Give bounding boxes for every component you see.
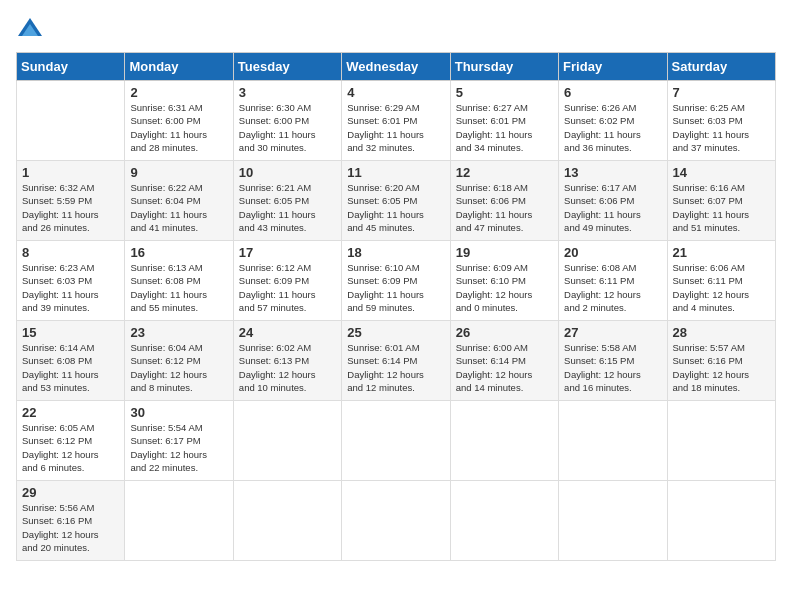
day-info: Sunrise: 6:25 AM Sunset: 6:03 PM Dayligh… (673, 101, 770, 154)
header-wednesday: Wednesday (342, 53, 450, 81)
header-tuesday: Tuesday (233, 53, 341, 81)
calendar-cell: 14Sunrise: 6:16 AM Sunset: 6:07 PM Dayli… (667, 161, 775, 241)
calendar-cell: 7Sunrise: 6:25 AM Sunset: 6:03 PM Daylig… (667, 81, 775, 161)
day-number: 19 (456, 245, 553, 260)
calendar-cell: 22Sunrise: 6:05 AM Sunset: 6:12 PM Dayli… (17, 401, 125, 481)
day-number: 26 (456, 325, 553, 340)
calendar-table: SundayMondayTuesdayWednesdayThursdayFrid… (16, 52, 776, 561)
day-info: Sunrise: 6:21 AM Sunset: 6:05 PM Dayligh… (239, 181, 336, 234)
day-number: 9 (130, 165, 227, 180)
day-info: Sunrise: 6:30 AM Sunset: 6:00 PM Dayligh… (239, 101, 336, 154)
calendar-cell (559, 481, 667, 561)
calendar-cell: 9Sunrise: 6:22 AM Sunset: 6:04 PM Daylig… (125, 161, 233, 241)
calendar-cell: 16Sunrise: 6:13 AM Sunset: 6:08 PM Dayli… (125, 241, 233, 321)
day-number: 18 (347, 245, 444, 260)
calendar-cell: 11Sunrise: 6:20 AM Sunset: 6:05 PM Dayli… (342, 161, 450, 241)
calendar-cell: 25Sunrise: 6:01 AM Sunset: 6:14 PM Dayli… (342, 321, 450, 401)
day-number: 13 (564, 165, 661, 180)
calendar-week-row: 8Sunrise: 6:23 AM Sunset: 6:03 PM Daylig… (17, 241, 776, 321)
calendar-cell (342, 401, 450, 481)
header-sunday: Sunday (17, 53, 125, 81)
logo (16, 16, 48, 44)
calendar-week-row: 29Sunrise: 5:56 AM Sunset: 6:16 PM Dayli… (17, 481, 776, 561)
calendar-cell: 27Sunrise: 5:58 AM Sunset: 6:15 PM Dayli… (559, 321, 667, 401)
day-number: 29 (22, 485, 119, 500)
day-number: 16 (130, 245, 227, 260)
calendar-cell: 21Sunrise: 6:06 AM Sunset: 6:11 PM Dayli… (667, 241, 775, 321)
day-info: Sunrise: 6:04 AM Sunset: 6:12 PM Dayligh… (130, 341, 227, 394)
day-number: 8 (22, 245, 119, 260)
calendar-cell (342, 481, 450, 561)
calendar-cell: 30Sunrise: 5:54 AM Sunset: 6:17 PM Dayli… (125, 401, 233, 481)
day-info: Sunrise: 5:56 AM Sunset: 6:16 PM Dayligh… (22, 501, 119, 554)
day-number: 15 (22, 325, 119, 340)
calendar-cell (667, 401, 775, 481)
day-info: Sunrise: 6:08 AM Sunset: 6:11 PM Dayligh… (564, 261, 661, 314)
calendar-cell: 24Sunrise: 6:02 AM Sunset: 6:13 PM Dayli… (233, 321, 341, 401)
day-info: Sunrise: 6:10 AM Sunset: 6:09 PM Dayligh… (347, 261, 444, 314)
day-info: Sunrise: 6:13 AM Sunset: 6:08 PM Dayligh… (130, 261, 227, 314)
calendar-week-row: 22Sunrise: 6:05 AM Sunset: 6:12 PM Dayli… (17, 401, 776, 481)
day-number: 6 (564, 85, 661, 100)
day-info: Sunrise: 6:32 AM Sunset: 5:59 PM Dayligh… (22, 181, 119, 234)
day-info: Sunrise: 6:01 AM Sunset: 6:14 PM Dayligh… (347, 341, 444, 394)
calendar-cell (667, 481, 775, 561)
day-number: 1 (22, 165, 119, 180)
calendar-cell: 13Sunrise: 6:17 AM Sunset: 6:06 PM Dayli… (559, 161, 667, 241)
calendar-cell (125, 481, 233, 561)
day-number: 17 (239, 245, 336, 260)
calendar-cell (233, 481, 341, 561)
calendar-week-row: 1Sunrise: 6:32 AM Sunset: 5:59 PM Daylig… (17, 161, 776, 241)
day-number: 20 (564, 245, 661, 260)
day-info: Sunrise: 6:02 AM Sunset: 6:13 PM Dayligh… (239, 341, 336, 394)
day-number: 23 (130, 325, 227, 340)
calendar-cell (559, 401, 667, 481)
day-number: 21 (673, 245, 770, 260)
day-info: Sunrise: 6:06 AM Sunset: 6:11 PM Dayligh… (673, 261, 770, 314)
calendar-cell: 4Sunrise: 6:29 AM Sunset: 6:01 PM Daylig… (342, 81, 450, 161)
calendar-cell: 17Sunrise: 6:12 AM Sunset: 6:09 PM Dayli… (233, 241, 341, 321)
day-info: Sunrise: 6:23 AM Sunset: 6:03 PM Dayligh… (22, 261, 119, 314)
day-info: Sunrise: 6:22 AM Sunset: 6:04 PM Dayligh… (130, 181, 227, 234)
day-number: 11 (347, 165, 444, 180)
day-info: Sunrise: 6:20 AM Sunset: 6:05 PM Dayligh… (347, 181, 444, 234)
day-number: 12 (456, 165, 553, 180)
calendar-cell: 19Sunrise: 6:09 AM Sunset: 6:10 PM Dayli… (450, 241, 558, 321)
day-info: Sunrise: 6:09 AM Sunset: 6:10 PM Dayligh… (456, 261, 553, 314)
calendar-cell: 23Sunrise: 6:04 AM Sunset: 6:12 PM Dayli… (125, 321, 233, 401)
calendar-cell: 1Sunrise: 6:32 AM Sunset: 5:59 PM Daylig… (17, 161, 125, 241)
day-info: Sunrise: 6:17 AM Sunset: 6:06 PM Dayligh… (564, 181, 661, 234)
logo-icon (16, 16, 44, 44)
day-number: 4 (347, 85, 444, 100)
calendar-cell: 6Sunrise: 6:26 AM Sunset: 6:02 PM Daylig… (559, 81, 667, 161)
day-info: Sunrise: 6:16 AM Sunset: 6:07 PM Dayligh… (673, 181, 770, 234)
day-number: 25 (347, 325, 444, 340)
day-info: Sunrise: 6:26 AM Sunset: 6:02 PM Dayligh… (564, 101, 661, 154)
calendar-week-row: 15Sunrise: 6:14 AM Sunset: 6:08 PM Dayli… (17, 321, 776, 401)
day-info: Sunrise: 6:31 AM Sunset: 6:00 PM Dayligh… (130, 101, 227, 154)
calendar-cell: 29Sunrise: 5:56 AM Sunset: 6:16 PM Dayli… (17, 481, 125, 561)
day-info: Sunrise: 6:05 AM Sunset: 6:12 PM Dayligh… (22, 421, 119, 474)
calendar-cell (450, 481, 558, 561)
calendar-cell: 26Sunrise: 6:00 AM Sunset: 6:14 PM Dayli… (450, 321, 558, 401)
day-number: 10 (239, 165, 336, 180)
day-number: 28 (673, 325, 770, 340)
calendar-cell (17, 81, 125, 161)
day-info: Sunrise: 6:14 AM Sunset: 6:08 PM Dayligh… (22, 341, 119, 394)
day-number: 24 (239, 325, 336, 340)
day-info: Sunrise: 5:57 AM Sunset: 6:16 PM Dayligh… (673, 341, 770, 394)
header-thursday: Thursday (450, 53, 558, 81)
day-info: Sunrise: 5:54 AM Sunset: 6:17 PM Dayligh… (130, 421, 227, 474)
calendar-header-row: SundayMondayTuesdayWednesdayThursdayFrid… (17, 53, 776, 81)
header-monday: Monday (125, 53, 233, 81)
calendar-cell: 5Sunrise: 6:27 AM Sunset: 6:01 PM Daylig… (450, 81, 558, 161)
day-number: 2 (130, 85, 227, 100)
day-number: 27 (564, 325, 661, 340)
calendar-cell: 3Sunrise: 6:30 AM Sunset: 6:00 PM Daylig… (233, 81, 341, 161)
calendar-cell (233, 401, 341, 481)
calendar-cell: 15Sunrise: 6:14 AM Sunset: 6:08 PM Dayli… (17, 321, 125, 401)
day-number: 14 (673, 165, 770, 180)
calendar-cell: 10Sunrise: 6:21 AM Sunset: 6:05 PM Dayli… (233, 161, 341, 241)
day-info: Sunrise: 5:58 AM Sunset: 6:15 PM Dayligh… (564, 341, 661, 394)
calendar-cell (450, 401, 558, 481)
